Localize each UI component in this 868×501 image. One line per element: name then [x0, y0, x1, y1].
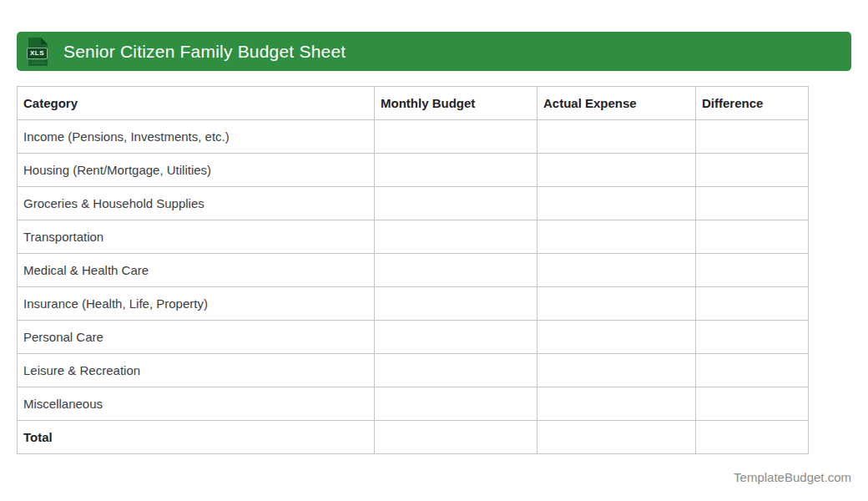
table-row-groceries-household-supplies: Groceries & Household Supplies — [18, 187, 809, 220]
monthly-budget-cell — [375, 187, 537, 220]
monthly-budget-cell — [375, 321, 537, 354]
table-row-insurance-health-life-property: Insurance (Health, Life, Property) — [18, 287, 809, 321]
actual-expense-cell — [537, 220, 696, 254]
monthly-budget-cell — [375, 287, 537, 321]
monthly-budget-cell — [375, 120, 537, 154]
budget-table: CategoryMonthly BudgetActual ExpenseDiff… — [17, 86, 809, 454]
monthly-budget-cell — [375, 154, 537, 187]
table-row-housing-rent-mortgage-utilities: Housing (Rent/Mortgage, Utilities) — [18, 154, 809, 187]
category-cell: Housing (Rent/Mortgage, Utilities) — [18, 154, 375, 187]
actual-expense-cell — [537, 120, 696, 154]
column-header-difference: Difference — [696, 87, 809, 120]
footer-watermark: TemplateBudget.com — [17, 470, 851, 484]
difference-cell — [696, 187, 809, 220]
difference-cell — [696, 220, 809, 254]
category-cell: Total — [18, 421, 375, 454]
category-cell: Miscellaneous — [18, 387, 375, 421]
category-cell: Transportation — [18, 220, 375, 254]
category-cell: Income (Pensions, Investments, etc.) — [18, 120, 375, 154]
monthly-budget-cell — [375, 387, 537, 421]
category-cell: Personal Care — [18, 321, 375, 354]
table-row-miscellaneous: Miscellaneous — [18, 387, 809, 421]
difference-cell — [696, 254, 809, 287]
table-row-medical-health-care: Medical & Health Care — [18, 254, 809, 287]
difference-cell — [696, 354, 809, 387]
difference-cell — [696, 387, 809, 421]
header-bar: XLS Senior Citizen Family Budget Sheet — [17, 32, 851, 71]
column-header-category: Category — [18, 87, 375, 120]
actual-expense-cell — [537, 287, 696, 321]
monthly-budget-cell — [375, 254, 537, 287]
table-row-income-pensions-investments-etc: Income (Pensions, Investments, etc.) — [18, 120, 809, 154]
difference-cell — [696, 287, 809, 321]
table-row-transportation: Transportation — [18, 220, 809, 254]
difference-cell — [696, 421, 809, 454]
xls-badge-label: XLS — [27, 48, 48, 59]
category-cell: Groceries & Household Supplies — [18, 187, 375, 220]
xls-file-icon: XLS — [27, 37, 49, 67]
actual-expense-cell — [537, 354, 696, 387]
actual-expense-cell — [537, 421, 696, 454]
monthly-budget-cell — [375, 421, 537, 454]
column-header-actual-expense: Actual Expense — [537, 87, 696, 120]
monthly-budget-cell — [375, 220, 537, 254]
actual-expense-cell — [537, 187, 696, 220]
monthly-budget-cell — [375, 354, 537, 387]
category-cell: Medical & Health Care — [18, 254, 375, 287]
page-title: Senior Citizen Family Budget Sheet — [63, 42, 346, 62]
table-header-row: CategoryMonthly BudgetActual ExpenseDiff… — [18, 87, 809, 120]
actual-expense-cell — [537, 254, 696, 287]
category-cell: Leisure & Recreation — [18, 354, 375, 387]
difference-cell — [696, 120, 809, 154]
actual-expense-cell — [537, 387, 696, 421]
category-cell: Insurance (Health, Life, Property) — [18, 287, 375, 321]
difference-cell — [696, 321, 809, 354]
actual-expense-cell — [537, 154, 696, 187]
table-row-personal-care: Personal Care — [18, 321, 809, 354]
table-row-total: Total — [18, 421, 809, 454]
actual-expense-cell — [537, 321, 696, 354]
page: XLS Senior Citizen Family Budget Sheet C… — [17, 32, 851, 484]
column-header-monthly-budget: Monthly Budget — [375, 87, 537, 120]
difference-cell — [696, 154, 809, 187]
table-row-leisure-recreation: Leisure & Recreation — [18, 354, 809, 387]
